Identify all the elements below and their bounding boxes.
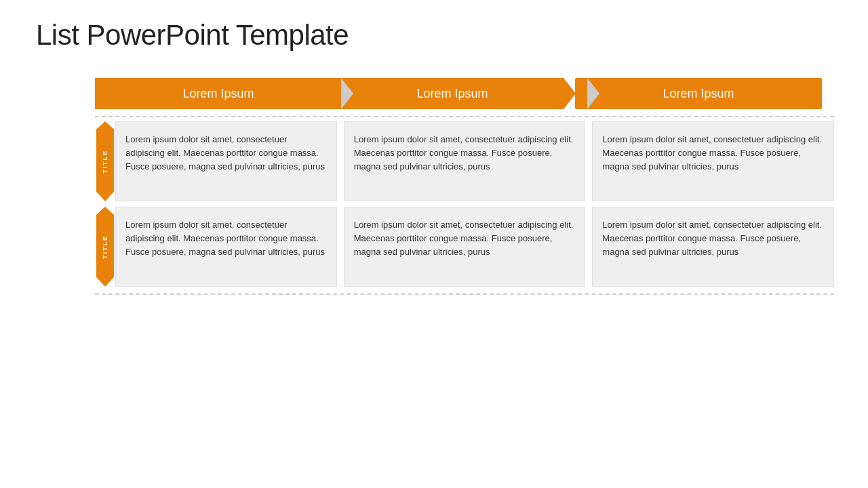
badge-label-r2c1: TITLE	[102, 235, 108, 259]
card-text-r1c3: Lorem ipsum dolor sit amet, consectetuer…	[602, 133, 824, 174]
card-r2c1: TITLE Lorem ipsum dolor sit amet, consec…	[95, 207, 337, 287]
card-content-r2c3: Lorem ipsum dolor sit amet, consectetuer…	[592, 207, 834, 287]
card-content-r2c1: Lorem ipsum dolor sit amet, consectetuer…	[115, 207, 337, 287]
header-col3: Lorem Ipsum	[575, 78, 822, 109]
card-text-r1c1: Lorem ipsum dolor sit amet, consectetuer…	[125, 133, 327, 174]
main-content: Lorem Ipsum Lorem Ipsum Lorem Ipsum	[95, 78, 834, 468]
cards-grid: TITLE Lorem ipsum dolor sit amet, consec…	[95, 121, 834, 287]
badge-label-r1c1: TITLE	[102, 150, 108, 174]
header-row: Lorem Ipsum Lorem Ipsum Lorem Ipsum	[95, 78, 834, 109]
card-text-r2c1: Lorem ipsum dolor sit amet, consectetuer…	[125, 218, 327, 259]
card-content-r1c3: Lorem ipsum dolor sit amet, consectetuer…	[592, 121, 834, 201]
page-title: List PowerPoint Template	[36, 19, 349, 52]
top-dashed-line	[95, 116, 834, 117]
bottom-dashed-line	[95, 293, 834, 295]
card-r1c2: Lorem ipsum dolor sit amet, consectetuer…	[344, 121, 586, 201]
card-content-r1c2: Lorem ipsum dolor sit amet, consectetuer…	[344, 121, 586, 201]
badge-r2c1: TITLE	[95, 207, 115, 287]
card-content-r2c2: Lorem ipsum dolor sit amet, consectetuer…	[344, 207, 586, 287]
card-content-r1c1: Lorem ipsum dolor sit amet, consectetuer…	[115, 121, 337, 201]
card-r2c3: Lorem ipsum dolor sit amet, consectetuer…	[592, 207, 834, 287]
card-r1c1: TITLE Lorem ipsum dolor sit amet, consec…	[95, 121, 337, 201]
header-col1-label: Lorem Ipsum	[182, 87, 254, 101]
badge-r1c1: TITLE	[95, 121, 115, 201]
card-r1c3: Lorem ipsum dolor sit amet, consectetuer…	[592, 121, 834, 201]
card-text-r2c3: Lorem ipsum dolor sit amet, consectetuer…	[602, 218, 824, 259]
arrow-connector-2	[587, 78, 599, 109]
header-col1: Lorem Ipsum	[95, 78, 342, 109]
header-col2: Lorem Ipsum	[329, 78, 576, 109]
card-r2c2: Lorem ipsum dolor sit amet, consectetuer…	[344, 207, 586, 287]
card-text-r1c2: Lorem ipsum dolor sit amet, consectetuer…	[354, 133, 576, 174]
card-text-r2c2: Lorem ipsum dolor sit amet, consectetuer…	[354, 218, 576, 259]
arrow-connector-1	[341, 78, 353, 109]
header-col2-label: Lorem Ipsum	[416, 87, 488, 101]
header-col3-label: Lorem Ipsum	[663, 87, 734, 101]
